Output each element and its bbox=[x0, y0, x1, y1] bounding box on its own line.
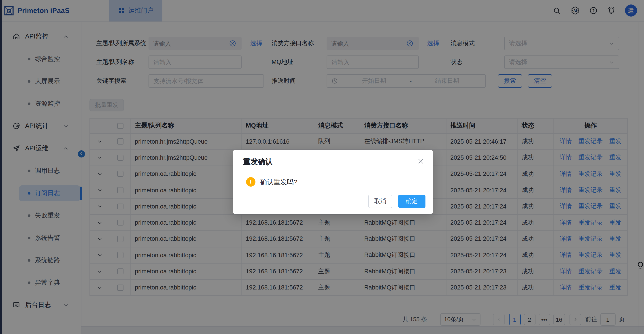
dialog-title: 重发确认 bbox=[243, 157, 273, 167]
dialog-message: 确认重发吗? bbox=[260, 178, 298, 186]
app-root: P Primeton iPaaS 运维门户 AI ? 运 bbox=[0, 0, 644, 334]
resend-confirm-dialog: 重发确认 ! 确认重发吗? 取消 确定 bbox=[232, 150, 433, 214]
cancel-button[interactable]: 取消 bbox=[368, 195, 392, 208]
warning-icon: ! bbox=[246, 177, 255, 186]
close-icon[interactable] bbox=[417, 158, 424, 165]
confirm-button[interactable]: 确定 bbox=[398, 195, 426, 208]
